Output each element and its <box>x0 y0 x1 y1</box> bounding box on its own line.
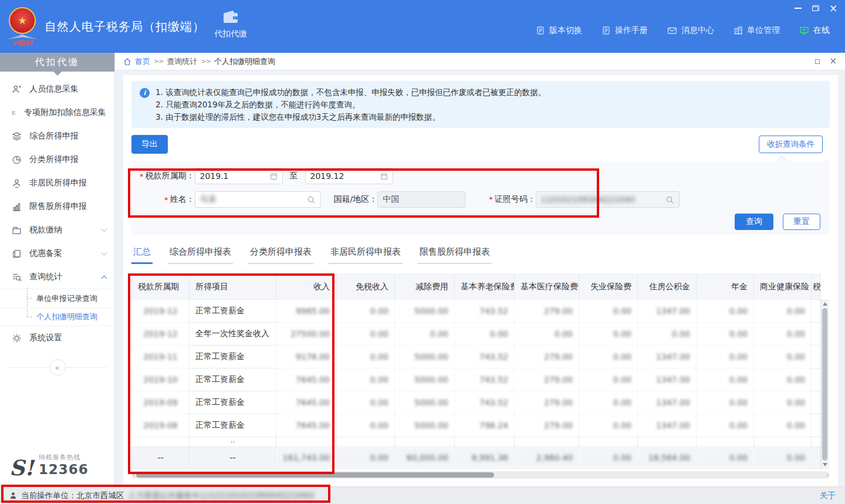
sidebar-item-tax-payment[interactable]: 税款缴纳 <box>0 218 114 242</box>
cell-income: 7645.00 <box>276 391 336 414</box>
sidebar-item-query-statistics[interactable]: 查询统计 <box>0 265 114 289</box>
sidebar-collapse-button[interactable]: « <box>49 359 66 376</box>
breadcrumb-query-statistics[interactable]: 查询统计 <box>167 56 197 67</box>
sidebar-item-nonresident-income[interactable]: 非居民所得申报 <box>0 171 114 195</box>
cell-cutoff <box>812 346 821 368</box>
cell-medical-insurance: 279.00 <box>515 300 579 323</box>
breadcrumb-home[interactable]: 首页 <box>135 56 150 67</box>
query-button[interactable]: 查询 <box>735 214 773 230</box>
tab-nonresident-income-form[interactable]: 非居民所得申报表 <box>329 246 403 264</box>
scroll-right-arrow-icon[interactable]: › <box>826 471 829 479</box>
name-input[interactable]: 马某 <box>195 191 321 208</box>
sidebar-item-label: 专项附加扣除信息采集 <box>24 107 106 118</box>
window-minimize-button[interactable] <box>791 2 805 14</box>
cell-income: 7645.00 <box>276 414 336 437</box>
sidebar-item-label: 税款缴纳 <box>29 225 62 235</box>
info-icon: i <box>140 88 150 98</box>
cell-tax-period: 2019-08 <box>132 414 190 437</box>
sidebar-item-label: 查询统计 <box>29 272 62 282</box>
scroll-left-arrow-icon[interactable]: ‹ <box>133 471 135 479</box>
col-unemployment-insurance: 失业保险费 <box>579 275 638 300</box>
total-row: -- -- 161,743.00 0.00 60,000.00 8,991.36… <box>132 447 821 469</box>
cell-pension-insurance: 743.52 <box>455 368 515 391</box>
horizontal-scrollbar[interactable]: ‹ › <box>131 471 830 479</box>
menu-version-switch-label: 版本切换 <box>549 25 582 36</box>
window-controls: × <box>791 2 840 14</box>
tab-classified-income-form[interactable]: 分类所得申报表 <box>248 246 313 264</box>
panel-maximize-icon[interactable] <box>815 59 820 64</box>
notice-box: i 1. 该查询统计表仅能查询已申报成功的数据，不包含未申报、申报失败，已申报但… <box>131 81 830 128</box>
sidebar-item-comprehensive-income[interactable]: 综合所得申报 <box>0 124 114 148</box>
chevron-up-icon <box>102 276 107 282</box>
reset-button[interactable]: 重置 <box>783 214 820 230</box>
table-header-row: 税款所属期 所得项目 收入 免税收入 减除费用 基本养老保险费 基本医疗保险费 … <box>132 275 821 300</box>
vertical-scrollbar[interactable] <box>821 300 829 469</box>
checklist-icon <box>12 108 16 118</box>
total-cell: 0.00 <box>697 447 754 469</box>
cell-income-item: 正常工资薪金 <box>190 346 276 368</box>
total-cell: 0.00 <box>336 447 395 469</box>
horizontal-scrollbar-thumb[interactable] <box>136 472 494 478</box>
sidebar-item-label: 限售股所得申报 <box>29 201 87 212</box>
cell-tax-free-income: 0.00 <box>336 414 395 437</box>
menu-message-center[interactable]: 消息中心 <box>667 25 714 36</box>
sidebar-item-classified-income[interactable]: 分类所得申报 <box>0 148 114 171</box>
tab-withholding-module[interactable]: 代扣代缴 <box>207 9 255 39</box>
menu-manual-label: 操作手册 <box>615 25 648 36</box>
col-cutoff: 税 <box>812 275 821 300</box>
emblem-star-icon: ★ <box>9 7 36 34</box>
table-row: 2019-12 全年一次性奖金收入 27500.00 0.00 0.00 0.0… <box>132 323 821 346</box>
range-separator: 至 <box>290 171 298 181</box>
tab-comprehensive-income-form[interactable]: 综合所得申报表 <box>168 246 233 264</box>
id-number-input[interactable]: 110102199304221040 <box>536 191 680 208</box>
search-conditions-panel: * 税款所属期： 2019.1 至 2019.12 <box>131 161 830 235</box>
sidebar-item-system-settings[interactable]: 系统设置 <box>0 326 114 350</box>
tax-emblem-logo: ★ 中国税务 <box>6 5 39 50</box>
notice-line-1: 1. 该查询统计表仅能查询已申报成功的数据，不包含未申报、申报失败，已申报但已作… <box>156 86 546 99</box>
about-link[interactable]: 关于 <box>820 491 836 501</box>
sidebar-item-special-deduction[interactable]: 专项附加扣除信息采集 <box>0 101 114 124</box>
search-list-icon <box>12 272 22 282</box>
period-to-input[interactable]: 2019.12 <box>305 168 393 184</box>
menu-manual[interactable]: 操作手册 <box>601 25 648 36</box>
col-deduction: 减除费用 <box>395 275 455 300</box>
scroll-up-arrow-icon[interactable] <box>823 302 827 306</box>
nationality-input[interactable]: 中国 <box>377 191 465 208</box>
period-from-value: 2019.1 <box>200 171 266 181</box>
menu-online-status[interactable]: 在线 <box>799 25 830 36</box>
tab-restricted-shares-form[interactable]: 限售股所得申报表 <box>418 246 492 264</box>
col-housing-fund: 住房公积金 <box>638 275 697 300</box>
emblem-wing-decoration <box>7 35 38 39</box>
calendar-icon <box>270 172 278 180</box>
tab-summary[interactable]: 汇总 <box>131 246 153 264</box>
col-tax-period: 税款所属期 <box>132 275 190 300</box>
sidebar-item-label: 人员信息采集 <box>29 84 79 94</box>
window-close-button[interactable]: × <box>826 2 840 14</box>
cell-commercial-health-insurance: 0.00 <box>754 323 812 346</box>
sidebar-item-preferential-filing[interactable]: 优惠备案 <box>0 242 114 265</box>
collapse-query-conditions-button[interactable]: 收折查询条件 <box>759 136 823 153</box>
sidebar-subitem-personal-withholding-query[interactable]: 个人扣缴明细查询 <box>0 307 114 326</box>
wallet-icon <box>12 225 22 235</box>
period-from-input[interactable]: 2019.1 <box>195 168 283 184</box>
cell-pension-insurance: 743.52 <box>455 346 515 368</box>
cell-commercial-health-insurance: 0.00 <box>754 391 812 414</box>
cell-housing-fund: 1347.00 <box>638 346 697 368</box>
window-restore-button[interactable] <box>809 2 823 14</box>
sidebar-item-personnel-info[interactable]: 人员信息采集 <box>0 77 114 101</box>
sidebar-subitem-unit-declaration-query[interactable]: 单位申报记录查询 <box>0 289 114 307</box>
cell-unemployment-insurance: 0.00 <box>579 391 638 414</box>
sidebar-item-restricted-shares[interactable]: 限售股所得申报 <box>0 195 114 218</box>
building-icon <box>734 26 743 35</box>
panel-close-icon[interactable]: × <box>829 57 837 66</box>
document-icon <box>601 26 611 35</box>
menu-unit-management[interactable]: 单位管理 <box>734 25 780 36</box>
cell-annuity: 0.00 <box>697 300 754 323</box>
vertical-scrollbar-thumb[interactable] <box>822 308 827 461</box>
scroll-down-arrow-icon[interactable] <box>823 463 827 466</box>
export-button[interactable]: 导出 <box>131 135 168 154</box>
menu-version-switch[interactable]: 版本切换 <box>536 25 582 36</box>
mail-icon <box>667 26 677 35</box>
table-row: 2019-09 正常工资薪金 7645.00 0.00 5000.00 743.… <box>132 391 821 414</box>
cell-housing-fund: 1347.00 <box>638 300 697 323</box>
